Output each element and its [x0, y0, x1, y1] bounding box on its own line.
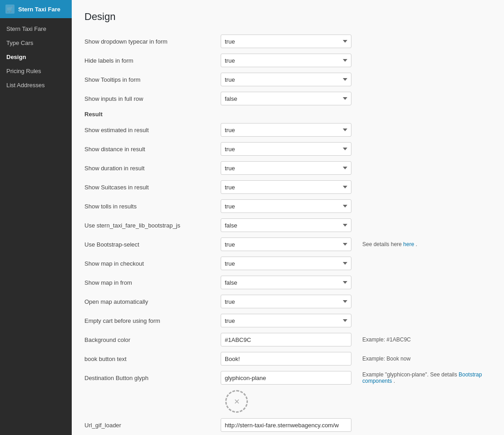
- field-hint-book-button-text: Example: Book now: [357, 349, 491, 368]
- field-label-dest-button-glyph: Destination Button glyph: [84, 368, 221, 387]
- field-hint-show-tooltips: [357, 70, 491, 89]
- field-row-empty-cart: Empty cart before using form truefalse: [84, 311, 491, 330]
- field-label-show-tolls: Show tolls in results: [84, 197, 221, 216]
- section-label-result-text: Result: [84, 108, 221, 120]
- field-row-dest-button-glyph: Destination Button glyph Example "glyphi…: [84, 368, 491, 387]
- field-label-show-suitcases: Show Suitcases in result: [84, 178, 221, 197]
- field-row-show-distance: Show distance in result truefalse: [84, 139, 491, 158]
- select-show-map-checkout[interactable]: truefalse: [221, 257, 351, 270]
- page-title: Design: [84, 11, 491, 23]
- field-row-show-estimated: Show estimated in result truefalse: [84, 120, 491, 139]
- hint-link-here[interactable]: here: [403, 241, 414, 247]
- form-table: Show dropdown typecar in form truefalse …: [84, 32, 491, 435]
- field-row-show-map-from: Show map in from truefalse: [84, 273, 491, 292]
- field-label-show-map-from: Show map in from: [84, 273, 221, 292]
- select-show-suitcases[interactable]: truefalse: [221, 180, 351, 194]
- field-hint-empty-cart: [357, 311, 491, 330]
- field-label-bg-color: Background color: [84, 330, 221, 349]
- field-row-show-dropdown-typecar: Show dropdown typecar in form truefalse: [84, 32, 491, 51]
- field-label-show-estimated: Show estimated in result: [84, 120, 221, 139]
- field-label-url-gif-loader: Url_gif_loader: [84, 415, 221, 435]
- field-hint-show-distance: [357, 139, 491, 158]
- field-label-open-map-auto: Open map automatically: [84, 292, 221, 311]
- field-hint-show-map-from: [357, 273, 491, 292]
- field-row-show-duration: Show duration in result truefalse: [84, 158, 491, 178]
- select-empty-cart[interactable]: truefalse: [221, 314, 351, 327]
- sidebar-item-list-addresses[interactable]: List Addresses: [0, 78, 72, 92]
- field-label-use-bootstrap-lib: Use stern_taxi_fare_lib_bootstrap_js: [84, 216, 221, 235]
- field-row-use-bootstrap-lib: Use stern_taxi_fare_lib_bootstrap_js tru…: [84, 216, 491, 235]
- loader-preview-row: ✕: [84, 387, 491, 415]
- field-label-show-inputs-row: Show inputs in full row: [84, 89, 221, 108]
- input-dest-button-glyph[interactable]: [221, 371, 351, 385]
- main-content: Design Show dropdown typecar in form tru…: [72, 0, 504, 435]
- select-show-dropdown-typecar[interactable]: truefalse: [221, 35, 351, 48]
- select-show-distance[interactable]: truefalse: [221, 142, 351, 156]
- field-hint-show-inputs-row: [357, 89, 491, 108]
- input-url-gif-loader[interactable]: [221, 418, 351, 432]
- field-hint-show-estimated: [357, 120, 491, 139]
- field-row-hide-labels: Hide labels in form truefalse: [84, 51, 491, 70]
- field-hint-hide-labels: [357, 51, 491, 70]
- select-show-estimated[interactable]: truefalse: [221, 123, 351, 137]
- field-row-show-inputs-row: Show inputs in full row truefalse: [84, 89, 491, 108]
- sidebar-link-type-cars[interactable]: Type Cars: [0, 36, 72, 50]
- field-label-show-dropdown-typecar: Show dropdown typecar in form: [84, 32, 221, 51]
- input-book-button-text[interactable]: [221, 352, 351, 366]
- sidebar-link-list-addresses[interactable]: List Addresses: [0, 78, 72, 92]
- hint-text-dest-glyph: Example "glyphicon-plane". See details: [362, 371, 459, 378]
- field-label-empty-cart: Empty cart before using form: [84, 311, 221, 330]
- field-label-book-button-text: book button text: [84, 349, 221, 368]
- sidebar-link-stern-taxi-fare[interactable]: Stern Taxi Fare: [0, 22, 72, 36]
- select-show-tolls[interactable]: truefalse: [221, 199, 351, 213]
- field-row-use-bootstrap-select: Use Bootstrap-select truefalse See detai…: [84, 235, 491, 254]
- field-label-show-distance: Show distance in result: [84, 139, 221, 158]
- field-hint-url-gif-loader: [357, 415, 491, 435]
- sidebar-link-design[interactable]: Design: [0, 50, 72, 64]
- sidebar-item-type-cars[interactable]: Type Cars: [0, 36, 72, 50]
- field-hint-show-map-checkout: [357, 254, 491, 273]
- field-hint-open-map-auto: [357, 292, 491, 311]
- field-hint-show-suitcases: [357, 178, 491, 197]
- select-show-duration[interactable]: truefalse: [221, 161, 351, 175]
- field-hint-use-bootstrap-select: See details here here .: [357, 235, 491, 254]
- field-hint-use-bootstrap-lib: [357, 216, 491, 235]
- hint-text-bootstrap-select: See details here: [362, 241, 403, 247]
- select-show-inputs-row[interactable]: truefalse: [221, 92, 351, 105]
- sidebar-header: 🛒 Stern Taxi Fare: [0, 0, 72, 18]
- field-label-show-duration: Show duration in result: [84, 158, 221, 178]
- field-hint-dest-button-glyph: Example "glyphicon-plane". See details B…: [357, 368, 491, 387]
- sidebar-menu: Stern Taxi Fare Type Cars Design Pricing…: [0, 18, 72, 96]
- sidebar-logo-icon: 🛒: [5, 5, 15, 14]
- field-row-show-tolls: Show tolls in results truefalse: [84, 197, 491, 216]
- loader-preview: ✕: [221, 390, 252, 413]
- field-label-use-bootstrap-select: Use Bootstrap-select: [84, 235, 221, 254]
- field-row-show-map-checkout: Show map in checkout truefalse: [84, 254, 491, 273]
- field-hint-show-tolls: [357, 197, 491, 216]
- select-use-bootstrap-select[interactable]: truefalse: [221, 237, 351, 251]
- loader-circle-icon: ✕: [225, 390, 248, 413]
- field-row-bg-color: Background color Example: #1ABC9C: [84, 330, 491, 349]
- sidebar-item-pricing-rules[interactable]: Pricing Rules: [0, 64, 72, 78]
- input-bg-color[interactable]: [221, 333, 351, 346]
- sidebar-link-pricing-rules[interactable]: Pricing Rules: [0, 64, 72, 78]
- field-label-show-map-checkout: Show map in checkout: [84, 254, 221, 273]
- field-hint-show-dropdown-typecar: [357, 32, 491, 51]
- select-show-tooltips[interactable]: truefalse: [221, 73, 351, 86]
- sidebar-header-label: Stern Taxi Fare: [18, 6, 60, 13]
- select-show-map-from[interactable]: truefalse: [221, 276, 351, 289]
- field-hint-show-duration: [357, 158, 491, 178]
- sidebar-item-design[interactable]: Design: [0, 50, 72, 64]
- select-open-map-auto[interactable]: truefalse: [221, 295, 351, 308]
- field-row-url-gif-loader: Url_gif_loader: [84, 415, 491, 435]
- field-label-show-tooltips: Show Tooltips in form: [84, 70, 221, 89]
- field-row-show-suitcases: Show Suitcases in result truefalse: [84, 178, 491, 197]
- select-use-bootstrap-lib[interactable]: truefalse: [221, 218, 351, 232]
- field-row-book-button-text: book button text Example: Book now: [84, 349, 491, 368]
- sidebar: 🛒 Stern Taxi Fare Stern Taxi Fare Type C…: [0, 0, 72, 435]
- field-row-show-tooltips: Show Tooltips in form truefalse: [84, 70, 491, 89]
- field-label-hide-labels: Hide labels in form: [84, 51, 221, 70]
- select-hide-labels[interactable]: truefalse: [221, 54, 351, 67]
- section-label-result: Result: [84, 108, 491, 120]
- sidebar-item-stern-taxi-fare[interactable]: Stern Taxi Fare: [0, 22, 72, 36]
